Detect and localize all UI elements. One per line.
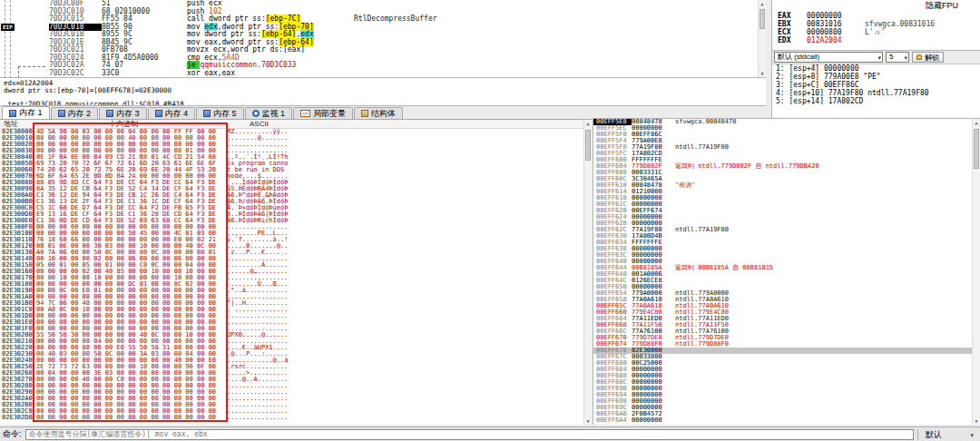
calling-convention-select[interactable]: 默认 (stdcall) xyxy=(774,52,883,63)
memory-icon xyxy=(106,110,113,117)
x64dbg-cpu-view: 70D3C00F51push ecx70D3C01068 02010000pus… xyxy=(0,0,980,441)
scrollbar-thumb[interactable] xyxy=(585,130,591,161)
register-row[interactable]: EAX00000000 xyxy=(772,12,980,20)
call-args-toolbar: 默认 (stdcall) 5 解锁 xyxy=(772,51,980,64)
tab-label: 内存 1 xyxy=(19,107,43,119)
call-arg-row[interactable]: 5: [esp+14] 17A802CD xyxy=(772,97,980,105)
args-depth-spinner[interactable]: 5 xyxy=(886,52,909,63)
info-line: dword ptr ss:[ebp-70]=[00EFF678]=02E3000… xyxy=(4,87,766,94)
dump-rows: 02E300004D 5A 90 00 03 00 00 00 04 00 00… xyxy=(0,129,288,421)
stack-comment: ntdll.779D88F0 xyxy=(675,340,729,348)
registers-pane[interactable]: 隐藏FPU EAX00000000EBX00831016sfvwgca.0083… xyxy=(771,0,980,51)
command-label: 命令: xyxy=(3,428,22,440)
tab-mem2[interactable]: 内存 2 xyxy=(51,107,99,119)
register-row[interactable]: EDX012A2004 xyxy=(772,36,980,44)
register-name: EAX xyxy=(778,12,807,20)
tab-watch1[interactable]: 监视 1 xyxy=(245,107,293,119)
register-rows: EAX00000000EBX00831016sfvwgca.00831016EC… xyxy=(772,12,980,44)
info-lines: edx=012A2004dword ptr ss:[ebp-70]=[00EFF… xyxy=(4,80,766,106)
dump-scrollbar[interactable] xyxy=(583,120,592,425)
register-comment: L'ࠀ' xyxy=(861,28,885,36)
instruction-bytes: 33C0 xyxy=(102,70,187,78)
disasm-gutter xyxy=(0,46,49,54)
call-arg-rows: 1: [esp+4] 000000002: [esp+8] 779A00E8 "… xyxy=(772,64,980,105)
unlock-button[interactable]: 解锁 xyxy=(912,52,944,63)
command-bar: 命令: 默认 xyxy=(0,426,980,441)
stack-pane[interactable]: 00EFF5E800848478sfvwgca.0084847800EFF5EC… xyxy=(593,118,980,425)
struct-icon xyxy=(361,110,368,117)
disasm-rows: 70D3C00F51push ecx70D3C01068 02010000pus… xyxy=(0,0,766,77)
stack-comment: ntdll.77A19F80 xyxy=(675,226,729,233)
register-name: ECX xyxy=(778,28,807,36)
tab-mem5[interactable]: 内存 5 xyxy=(196,107,244,119)
register-value: 012A2004 xyxy=(807,36,861,44)
bottom-tab-bar: 内存 1内存 2内存 3内存 4内存 5监视 1局部变量结构体 xyxy=(0,106,592,119)
command-input[interactable] xyxy=(25,429,914,440)
register-row[interactable]: ECX00000800L'ࠀ' xyxy=(772,28,980,36)
call-arg-row[interactable]: 3: [esp+C] 00EFF86C xyxy=(772,81,980,89)
disassembly-pane[interactable]: 70D3C00F51push ecx70D3C01068 02010000pus… xyxy=(0,0,766,78)
tab-locals[interactable]: 局部变量 xyxy=(293,107,353,119)
lock-icon xyxy=(916,54,922,60)
disasm-gutter xyxy=(0,39,49,47)
eip-marker: EIP xyxy=(1,24,15,31)
register-value: 00831016 xyxy=(807,20,861,28)
stack-comment: ntdll.77A19F80 xyxy=(675,143,729,151)
memory-icon xyxy=(58,110,65,117)
dump-address: 02E302D0 xyxy=(0,415,36,421)
tab-label: 局部变量 xyxy=(313,108,346,120)
register-value: 00000000 xyxy=(807,12,861,20)
memory-icon xyxy=(9,110,16,117)
stack-scrollbar[interactable] xyxy=(972,119,980,425)
scrollbar-thumb[interactable] xyxy=(974,129,979,169)
disasm-gutter xyxy=(0,70,49,78)
scrollbar-thumb[interactable] xyxy=(760,9,765,29)
tab-struct[interactable]: 结构体 xyxy=(354,107,403,119)
scroll-up-icon[interactable] xyxy=(759,0,766,8)
call-arg-row[interactable]: 1: [esp+4] 00000000 xyxy=(772,64,980,73)
register-name: EDX xyxy=(778,36,807,44)
instruction-text: xor eax,eax xyxy=(187,69,235,77)
scroll-up-icon[interactable] xyxy=(973,119,980,127)
tab-mem4[interactable]: 内存 4 xyxy=(148,107,196,119)
register-name: EBX xyxy=(778,20,807,28)
call-arg-row[interactable]: 2: [esp+8] 779A00E8 "PE" xyxy=(772,73,980,81)
tab-label: 内存 5 xyxy=(213,108,237,120)
tab-label: 内存 2 xyxy=(68,108,92,120)
memory-icon xyxy=(203,110,211,117)
profile-select[interactable]: 默认 xyxy=(917,429,977,440)
stack-address: 00EFF6A4 xyxy=(593,417,632,424)
memory-dump-pane[interactable]: 地址 十六进制 ASCII 02E300004D 5A 90 00 03 00 … xyxy=(0,119,592,425)
registers-header: 隐藏FPU xyxy=(772,0,980,12)
info-pane: edx=012A2004dword ptr ss:[ebp-70]=[00EFF… xyxy=(0,78,766,106)
hide-fpu-button[interactable]: 隐藏FPU xyxy=(926,1,958,10)
call-arg-row[interactable]: 4: [esp+10] 77A19F80 ntdll.77A19F80 xyxy=(772,89,980,97)
dump-row[interactable]: 02E302D000 00 00 00 00 00 00 00 00 00 00… xyxy=(0,415,288,421)
tab-label: 内存 3 xyxy=(116,108,140,120)
disasm-gutter xyxy=(0,0,49,8)
tab-label: 监视 1 xyxy=(262,108,286,120)
watch-icon xyxy=(252,110,260,117)
stack-value: 00000000 xyxy=(632,417,675,424)
disassembly-scrollbar[interactable] xyxy=(758,0,766,78)
stack-rows: 00EFF5E800848478sfvwgca.0084847800EFF5EC… xyxy=(593,119,980,424)
disasm-gutter xyxy=(0,8,49,16)
scroll-up-icon[interactable] xyxy=(584,120,592,128)
instruction-address: 70D3C02C xyxy=(49,70,102,78)
stack-comment: 返回到 ntdll.779D802F 自 ntdll.779DBA20 xyxy=(675,162,819,170)
disasm-gutter xyxy=(0,62,49,70)
dump-bytes: 00 00 00 00 00 00 00 00 00 00 00 00 00 0… xyxy=(36,415,227,421)
register-row[interactable]: EBX00831016sfvwgca.00831016 xyxy=(772,20,980,28)
call-args-pane[interactable]: 默认 (stdcall) 5 解锁 1: [esp+4] 000000002: … xyxy=(771,51,980,118)
stack-row[interactable]: 00EFF6A400000000 xyxy=(593,417,980,424)
tab-mem1[interactable]: 内存 1 xyxy=(2,106,50,119)
disasm-row[interactable]: 70D3C02C33C0xor eax,eax xyxy=(0,70,766,78)
stack-comment: "横调" xyxy=(675,181,695,189)
unlock-button-label: 解锁 xyxy=(925,53,939,63)
tab-mem3[interactable]: 内存 3 xyxy=(99,107,147,119)
disasm-gutter xyxy=(0,15,49,24)
register-comment: sfvwgca.00831016 xyxy=(861,20,935,28)
stack-comment: sfvwgca.00848478 xyxy=(675,118,736,125)
stack-comment: 返回到 00B8185A 自 00B81815 xyxy=(675,264,773,271)
tab-label: 结构体 xyxy=(371,108,396,120)
